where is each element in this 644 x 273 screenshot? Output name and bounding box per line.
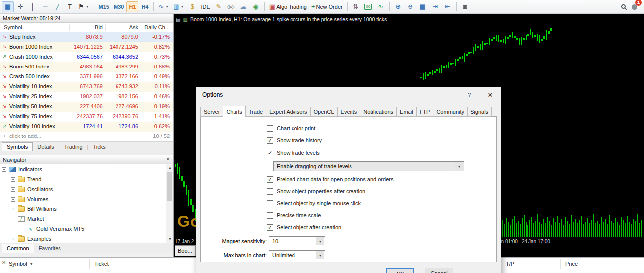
market-watch-row[interactable]: ↘Step Index8078.98079.0-0.17%: [0, 32, 173, 42]
expand-icon[interactable]: +: [11, 207, 15, 211]
dialog-tab-community[interactable]: Community: [433, 107, 468, 117]
checkbox-unchecked-icon[interactable]: [267, 188, 273, 195]
close-icon[interactable]: ✕: [2, 260, 6, 265]
dialog-tab-charts[interactable]: Charts: [223, 106, 245, 117]
dialog-tab-server[interactable]: Server: [200, 107, 223, 117]
chart-window-tab[interactable]: Boo...: [175, 245, 196, 256]
tree-item-volumes[interactable]: +Volumes: [0, 194, 173, 204]
auto-scroll-button[interactable]: ⇥: [429, 1, 441, 12]
tree-item-trend[interactable]: +Trend: [0, 174, 173, 184]
column-bid[interactable]: Bid: [95, 24, 103, 30]
scrollbar-thumb[interactable]: [167, 172, 172, 201]
tab-symbols[interactable]: Symbols: [2, 142, 33, 151]
market-watch-row[interactable]: ↗Volatility 100 Index1724.411724.860.62%: [0, 122, 173, 132]
chart-menu-icon[interactable]: ▤: [176, 17, 180, 22]
add-symbol-row[interactable]: + click to add... 10 / 52: [0, 132, 173, 141]
candle-chart-type[interactable]: ▥▼: [171, 1, 186, 12]
screenshot-button[interactable]: ◙: [459, 1, 471, 12]
scroll-down-icon[interactable]: ▼: [166, 236, 173, 243]
zoom-in-button[interactable]: ⊕: [392, 1, 404, 12]
option-precise-time-scale[interactable]: Precise time scale: [267, 211, 321, 219]
checkbox-unchecked-icon[interactable]: [267, 200, 273, 206]
checkbox-unchecked-icon[interactable]: [267, 125, 273, 132]
tile-windows-button[interactable]: ▦: [417, 1, 429, 12]
option-select-object-by-single-mouse-click[interactable]: Select object by single mouse click: [267, 199, 361, 207]
trade-levels-select[interactable]: Enable dragging of trade levels ▼: [273, 161, 464, 171]
checkbox-checked-icon[interactable]: ✓: [267, 150, 273, 156]
market-watch-row[interactable]: ↗Crash 1000 Index6344.05676344.36520.73%: [0, 52, 173, 62]
expand-icon[interactable]: +: [11, 177, 15, 182]
market-watch-row[interactable]: ↘Volatility 50 Index227.4406227.46960.19…: [0, 102, 173, 112]
toolbox-column-tp[interactable]: T/P: [506, 261, 514, 267]
dialog-tab-trade[interactable]: Trade: [245, 107, 266, 117]
text-tool[interactable]: T: [64, 1, 76, 12]
checkbox-checked-icon[interactable]: ✓: [267, 176, 273, 183]
algo-trading-button[interactable]: ▣Algo Trading: [267, 1, 309, 12]
magnet-sensitivity-select[interactable]: 10 ▼: [269, 236, 325, 246]
zoom-out-button[interactable]: ⊖: [405, 1, 416, 12]
max-bars-select[interactable]: Unlimited ▼: [269, 250, 325, 260]
dialog-tab-expert-advisors[interactable]: Expert Advisors: [266, 107, 310, 117]
option-show-trade-levels[interactable]: ✓Show trade levels: [267, 149, 320, 157]
ide-button[interactable]: IDE: [199, 1, 212, 12]
option-chart-color-print[interactable]: Chart color print: [267, 124, 315, 132]
market-watch-row[interactable]: ↘Boom 500 Index4983.0644983.2990.68%: [0, 62, 173, 72]
tab-details[interactable]: Details: [33, 143, 59, 151]
new-order-button[interactable]: +New Order: [309, 1, 345, 12]
timeframe-m15[interactable]: M15: [97, 1, 111, 12]
objects-tool[interactable]: ⚑▼: [76, 1, 91, 12]
horizontal-line-tool[interactable]: ─: [39, 1, 51, 12]
checkbox-checked-icon[interactable]: ✓: [267, 137, 273, 144]
expand-icon[interactable]: +: [11, 197, 15, 202]
signals-button[interactable]: ((o)): [225, 1, 237, 12]
tree-item-gold-venamax-mt5[interactable]: ∿Gold Venamax MT5: [0, 224, 173, 234]
option-select-object-after-creation[interactable]: ✓Select object after creation: [267, 223, 341, 231]
market-watch-row[interactable]: ↘Crash 500 Index3371.9963372.166-0.49%: [0, 72, 173, 82]
market-watch-row[interactable]: ↘Boom 1000 Index14071.122514072.12450.82…: [0, 42, 173, 52]
dialog-tab-email[interactable]: Email: [396, 107, 417, 117]
tick-chart-button[interactable]: ∿: [375, 1, 387, 12]
market-watch-row[interactable]: ↘Volatility 25 Index1982.0371982.1560.46…: [0, 92, 173, 102]
navigator-scrollbar[interactable]: ▲ ▼: [166, 164, 173, 243]
new-chart-button[interactable]: ▦: [2, 1, 14, 12]
cancel-button[interactable]: Cancel: [425, 268, 453, 273]
column-ask[interactable]: Ask: [129, 24, 138, 30]
dialog-titlebar[interactable]: Options: [196, 87, 501, 102]
chart-shift-button[interactable]: ⇤: [442, 1, 454, 12]
scroll-up-icon[interactable]: ▲: [166, 164, 173, 171]
checkbox-unchecked-icon[interactable]: [267, 212, 273, 219]
notifications-button[interactable]: 1: [630, 1, 642, 12]
timeframe-h4[interactable]: H4: [139, 1, 151, 12]
tab-common[interactable]: Common: [2, 244, 34, 253]
timeframe-m30[interactable]: M30: [112, 1, 126, 12]
tree-item-market[interactable]: −ƒMarket: [0, 214, 173, 224]
close-button[interactable]: ✕: [480, 87, 501, 102]
option-preload-chart-data-for-open-positions-and-orders[interactable]: ✓Preload chart data for open positions a…: [267, 175, 393, 183]
tab-trading[interactable]: Trading: [60, 143, 87, 151]
checkbox-checked-icon[interactable]: ✓: [267, 224, 273, 231]
dialog-tab-signals[interactable]: Signals: [467, 107, 492, 117]
line-chart-type[interactable]: ∿▼: [156, 1, 171, 12]
close-icon[interactable]: ✕: [166, 156, 170, 162]
crosshair-tool[interactable]: ✛: [14, 1, 26, 12]
community-button[interactable]: ◉: [250, 1, 262, 12]
option-show-object-properties-after-creation[interactable]: Show object properties after creation: [267, 187, 365, 195]
dialog-tab-notifications[interactable]: Notifications: [360, 107, 397, 117]
metaeditor-button[interactable]: ✎: [213, 1, 225, 12]
vertical-line-tool[interactable]: │: [27, 1, 39, 12]
dialog-tab-ftp[interactable]: FTP: [416, 107, 434, 117]
collapse-icon[interactable]: −: [11, 217, 15, 221]
tree-item-oscillators[interactable]: +Oscillators: [0, 184, 173, 194]
column-daily-change[interactable]: Daily Ch...: [144, 24, 170, 30]
column-symbol[interactable]: Symbol: [4, 24, 22, 30]
trendline-tool[interactable]: ╱: [52, 1, 63, 12]
toolbox-column-price[interactable]: Price: [565, 261, 578, 267]
timeframe-h1[interactable]: H1: [126, 1, 138, 12]
dialog-tab-events[interactable]: Events: [337, 107, 361, 117]
market-stats-button[interactable]: 00: [362, 1, 374, 12]
market-watch-row[interactable]: ↘Volatility 10 Index6743.7696743.9320.11…: [0, 82, 173, 92]
ok-button[interactable]: OK: [386, 268, 414, 273]
depth-of-market-button[interactable]: ⇅: [350, 1, 362, 12]
expand-icon[interactable]: +: [11, 237, 15, 241]
toolbox-column-ticket[interactable]: Ticket: [94, 261, 109, 267]
